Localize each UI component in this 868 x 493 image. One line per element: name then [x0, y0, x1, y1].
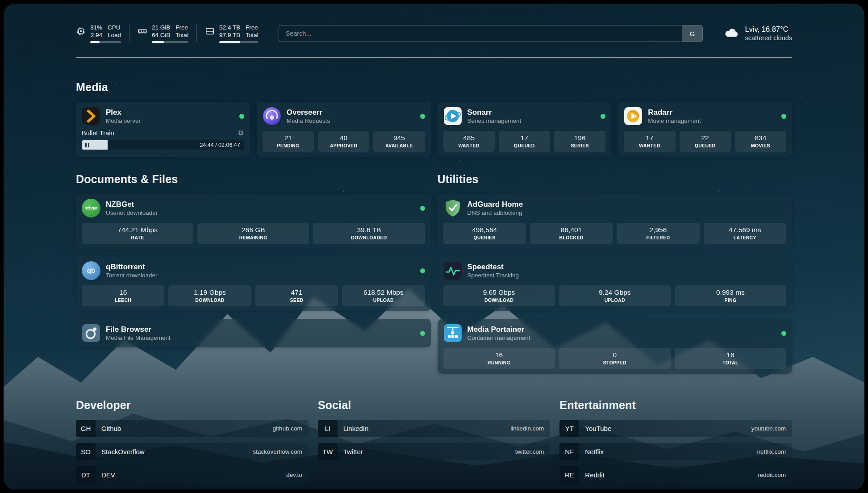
memory-free-value: 21 GiB — [152, 24, 170, 31]
pause-icon[interactable] — [85, 143, 89, 147]
weather-condition: scattered clouds — [745, 34, 792, 42]
topbar: 31% CPU 2.94 Load — [76, 21, 792, 46]
bookmark-youtube[interactable]: YT YouTube youtube.com — [559, 420, 792, 437]
service-name: Overseerr — [287, 108, 330, 117]
bookmark-url: github.com — [273, 425, 302, 432]
status-dot — [781, 114, 786, 119]
service-name: Speedtest — [467, 262, 519, 272]
bookmark-url: linkedin.com — [510, 425, 544, 432]
cpu-bar — [90, 41, 121, 43]
status-dot — [601, 114, 605, 119]
dashboard-screen: 31% CPU 2.94 Load — [4, 4, 864, 489]
documents-column: Documents & Files nzbget NZBGet Usenet d… — [76, 157, 431, 374]
stat-downloaded: 39.6 TB DOWNLOADED — [313, 223, 425, 244]
stat-download: 1.19 Gbps DOWNLOAD — [168, 285, 251, 306]
search-provider-button[interactable]: G — [682, 25, 702, 42]
nzbget-icon: nzbget — [82, 199, 100, 217]
bookmark-netflix[interactable]: NF Netflix netflix.com — [559, 443, 792, 460]
bookmark-reddit[interactable]: RE Reddit reddit.com — [559, 466, 792, 484]
bookmark-abbr: YT — [559, 420, 579, 437]
stat-wanted: 485 WANTED — [443, 131, 495, 152]
overseerr-card[interactable]: Overseerr Media Requests 21 PENDING 40 A… — [257, 102, 431, 157]
bookmark-url: reddit.com — [758, 472, 786, 478]
radarr-icon — [624, 107, 643, 125]
qbittorrent-icon: qb — [82, 261, 100, 280]
bookmark-url: dev.to — [286, 472, 302, 478]
bookmark-url: stackoverflow.com — [253, 448, 302, 455]
stat-movies: 834 MOVIES — [735, 131, 786, 152]
status-dot — [781, 331, 786, 336]
bookmark-name: Github — [101, 425, 121, 432]
section-title-utilities: Utilities — [438, 173, 793, 186]
portainer-card[interactable]: Media Portainer Container management 16 … — [438, 319, 793, 374]
section-title-media: Media — [76, 81, 792, 94]
playback-time: 24:44 / 02:06:47 — [200, 142, 240, 148]
sonarr-card[interactable]: Sonarr Series management 485 WANTED 17 Q… — [438, 102, 612, 157]
service-desc: Speedtest Tracking — [467, 272, 519, 280]
bookmark-abbr: LI — [318, 420, 338, 437]
stat-blocked: 86,401 BLOCKED — [530, 223, 613, 244]
service-name: Radarr — [648, 108, 701, 117]
gear-icon[interactable]: ⚙ — [238, 130, 244, 137]
bookmarks-developer: Developer GH Github github.com SO StackO… — [76, 374, 309, 484]
stat-wanted: 17 WANTED — [624, 131, 675, 152]
section-title-social: Social — [318, 399, 551, 412]
bookmark-github[interactable]: GH Github github.com — [76, 420, 309, 437]
bookmark-dev[interactable]: DT DEV dev.to — [76, 466, 309, 484]
disk-free-value: 52.4 TB — [219, 24, 240, 31]
bookmark-abbr: TW — [318, 443, 338, 460]
cpu-label: CPU — [108, 24, 121, 31]
search-input[interactable] — [279, 25, 703, 42]
status-dot — [239, 114, 244, 119]
playback-progress: 24:44 / 02:06:47 — [82, 140, 244, 150]
nzbget-card[interactable]: nzbget NZBGet Usenet downloader 744.21 M… — [76, 194, 431, 249]
filebrowser-card[interactable]: File Browser Media File Management — [76, 319, 431, 347]
service-name: AdGuard Home — [467, 200, 523, 209]
service-name: Media Portainer — [467, 325, 530, 334]
stat-queries: 498,564 QUERIES — [443, 223, 526, 244]
stat-series: 196 SERIES — [554, 131, 605, 152]
bookmark-linkedin[interactable]: LI LinkedIn linkedin.com — [318, 420, 551, 437]
bookmark-name: DEV — [101, 471, 115, 479]
qbittorrent-card[interactable]: qb qBittorrent Torrent downloader 16 — [76, 256, 431, 311]
stat-remaining: 266 GB REMAINING — [197, 223, 309, 244]
service-desc: Media Requests — [287, 117, 330, 125]
speedtest-icon — [443, 261, 462, 280]
bookmark-name: Reddit — [585, 471, 604, 479]
service-name: qBittorrent — [106, 262, 158, 272]
bookmark-twitter[interactable]: TW Twitter twitter.com — [318, 443, 551, 460]
bookmark-abbr: SO — [76, 443, 96, 460]
service-desc: DNS and adblocking — [467, 209, 523, 217]
search-bar: G — [279, 25, 703, 42]
bookmark-url: twitter.com — [515, 448, 544, 455]
sonarr-icon — [443, 107, 462, 125]
cloud-icon — [723, 25, 739, 42]
section-title-entertainment: Entertainment — [559, 399, 792, 412]
disk-icon — [205, 26, 215, 36]
status-dot — [420, 114, 425, 119]
filebrowser-icon — [82, 324, 100, 343]
radarr-card[interactable]: Radarr Movie management 17 WANTED 22 QUE… — [618, 102, 792, 157]
stat-upload: 618.52 Mbps UPLOAD — [342, 285, 425, 306]
service-name: NZBGet — [106, 200, 158, 209]
bookmark-stackoverflow[interactable]: SO StackOverflow stackoverflow.com — [76, 443, 309, 460]
speedtest-card[interactable]: Speedtest Speedtest Tracking 9.65 Gbps D… — [438, 256, 793, 311]
service-desc: Media server — [106, 117, 141, 125]
cpu-load-label: Load — [108, 31, 121, 39]
status-dot — [420, 331, 425, 336]
overseerr-icon — [263, 107, 281, 125]
stat-total: 16 TOTAL — [675, 348, 786, 369]
service-name: Plex — [106, 108, 141, 117]
bookmarks-entertainment: Entertainment YT YouTube youtube.com NF … — [559, 374, 792, 484]
media-cards: Plex Media server Bullet Train ⚙ 24:44 /… — [76, 102, 792, 157]
bookmark-url: youtube.com — [751, 425, 786, 432]
service-desc: Movie management — [648, 117, 701, 125]
service-desc: Torrent downloader — [106, 272, 158, 280]
stat-pending: 21 PENDING — [263, 131, 314, 152]
memory-widget: 21 GiB Free 64 GiB Total — [138, 24, 188, 43]
bookmark-name: YouTube — [585, 425, 611, 432]
adguard-card[interactable]: AdGuard Home DNS and adblocking 498,564 … — [438, 194, 793, 249]
bookmark-url: netflix.com — [757, 448, 786, 455]
plex-card[interactable]: Plex Media server Bullet Train ⚙ 24:44 /… — [76, 102, 250, 157]
cpu-load-value: 2.94 — [90, 31, 102, 39]
